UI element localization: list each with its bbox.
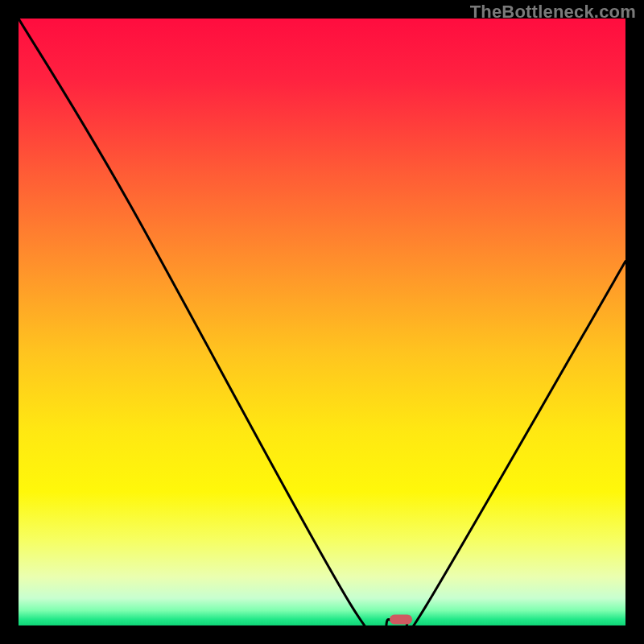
chart-plot-area — [19, 19, 625, 625]
chart-frame: TheBottleneck.com — [0, 0, 644, 644]
chart-svg — [19, 19, 625, 625]
watermark-text: TheBottleneck.com — [470, 2, 636, 23]
chart-background — [19, 19, 625, 625]
minimum-marker — [390, 614, 412, 624]
